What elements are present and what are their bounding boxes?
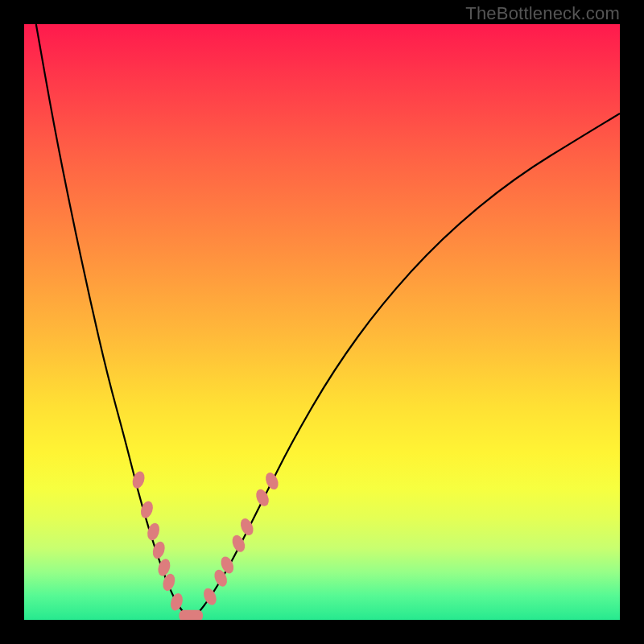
data-marker [263,471,281,492]
chart-frame: TheBottleneck.com [0,0,644,644]
data-marker [168,592,184,612]
bottom-marker-pill [179,610,203,620]
curve-left [36,24,191,620]
markers-right [201,471,281,607]
watermark-text: TheBottleneck.com [465,3,620,24]
curve-right [191,114,620,620]
data-marker [254,487,271,508]
plot-area [24,24,620,620]
chart-svg [24,24,620,620]
